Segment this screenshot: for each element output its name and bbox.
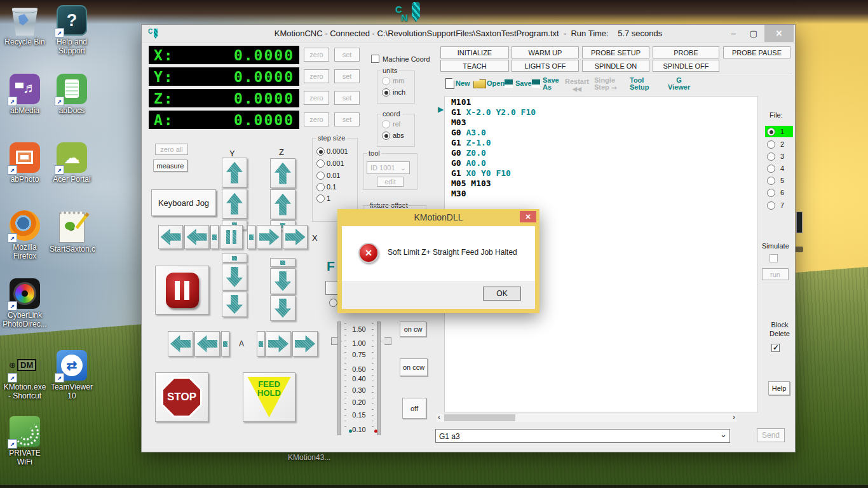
chevron-down-icon[interactable]: ⌄: [720, 430, 727, 439]
g-viewer-button[interactable]: G Viewer: [668, 77, 690, 91]
step-1-radio[interactable]: [316, 183, 325, 191]
step-001-radio[interactable]: [316, 159, 325, 168]
jog-y-minus-button[interactable]: [222, 264, 247, 290]
scrollbar-thumb[interactable]: [444, 414, 515, 421]
run-button[interactable]: run: [762, 268, 789, 280]
maximize-button[interactable]: ▢: [743, 25, 764, 42]
tool-setup-button[interactable]: Tool Setup: [630, 77, 649, 91]
file-4-radio[interactable]: [767, 165, 775, 173]
desktop-icon-firefox[interactable]: ➚ Mozilla Firefox: [3, 210, 47, 261]
zero-y-button[interactable]: zero: [304, 69, 329, 83]
spindle-on-ccw-button[interactable]: on ccw: [400, 358, 428, 376]
units-inch-radio[interactable]: [382, 88, 390, 97]
gcode-line[interactable]: G1: [451, 138, 461, 147]
tool-select-dropdown[interactable]: ID 1001⌄: [367, 161, 410, 174]
probe-pause-button[interactable]: PROBE PAUSE: [723, 46, 790, 58]
block-delete-checkbox[interactable]: [771, 344, 780, 352]
jog-x-minus-step-button[interactable]: [210, 225, 219, 249]
spindle-on-button[interactable]: SPINDLE ON: [582, 60, 649, 72]
desktop-icon-private-wifi[interactable]: ➚ PRIVATE WiFi: [3, 416, 47, 466]
lights-off-button[interactable]: LIGHTS OFF: [512, 60, 579, 72]
gcode-line[interactable]: G1: [451, 168, 461, 178]
jog-z-plus-fast-button[interactable]: [270, 158, 295, 188]
warm-up-button[interactable]: WARM UP: [512, 46, 579, 58]
background-window-label[interactable]: KMotion43...: [288, 453, 330, 462]
jog-x-plus-button[interactable]: [257, 225, 281, 249]
spindle-override-slider-thumb[interactable]: [381, 337, 391, 345]
gcode-line[interactable]: G0: [451, 158, 461, 168]
jog-a-plus-button[interactable]: [266, 331, 291, 356]
single-step-button[interactable]: Single Step ⭢: [594, 77, 617, 91]
probe-setup-button[interactable]: PROBE SETUP: [582, 46, 649, 58]
minimize-button[interactable]: –: [722, 25, 744, 42]
set-z-button[interactable]: set: [334, 91, 360, 105]
gcode-line[interactable]: G0: [451, 128, 461, 137]
save-as-button[interactable]: Save As: [543, 77, 559, 91]
jog-a-minus-fast-button[interactable]: [168, 331, 193, 356]
jog-y-minus-step-button[interactable]: [222, 254, 247, 262]
jog-a-minus-step-button[interactable]: [221, 331, 229, 356]
desktop-icon-help-support[interactable]: ➚ Help and Support: [50, 5, 94, 55]
zero-all-button[interactable]: zero all: [155, 144, 188, 155]
jog-a-minus-button[interactable]: [194, 331, 220, 356]
set-y-button[interactable]: set: [334, 69, 360, 83]
desktop-icon-abdocs[interactable]: ➚ abDocs: [50, 74, 94, 115]
gcode-line-current[interactable]: G1: [451, 107, 461, 117]
step-01-radio[interactable]: [316, 172, 325, 180]
jog-y-plus-button[interactable]: [222, 189, 247, 219]
tool-edit-button[interactable]: edit: [377, 177, 403, 187]
mdi-command-combobox[interactable]: G1 a3 ⌄: [435, 429, 730, 443]
simulate-checkbox[interactable]: [770, 254, 778, 262]
save-floppy-icon[interactable]: [505, 79, 513, 88]
spindle-override-slider[interactable]: [377, 322, 381, 435]
jog-pause-button[interactable]: [220, 225, 243, 249]
pause-job-button[interactable]: [155, 266, 209, 315]
jog-x-minus-button[interactable]: [184, 225, 209, 249]
open-folder-icon[interactable]: [473, 79, 486, 88]
spindle-off-button[interactable]: off: [402, 398, 426, 419]
file-2-radio[interactable]: [767, 140, 775, 149]
set-x-button[interactable]: set: [334, 48, 360, 62]
jog-x-plus-step-button[interactable]: [247, 225, 255, 249]
desktop-icon-acer-portal[interactable]: ➚ Acer Portal: [50, 142, 94, 184]
keyboard-jog-button[interactable]: Keyboard Jog: [151, 189, 216, 216]
jog-z-minus-button[interactable]: [270, 268, 295, 294]
zero-a-button[interactable]: zero: [304, 112, 329, 126]
set-a-button[interactable]: set: [334, 112, 360, 126]
jog-y-minus-fast-button[interactable]: [222, 292, 247, 317]
jog-z-minus-fast-button[interactable]: [270, 295, 295, 321]
file-3-radio[interactable]: [767, 152, 775, 161]
save-button[interactable]: Save: [515, 80, 532, 87]
jog-a-plus-fast-button[interactable]: [292, 331, 318, 356]
scroll-left-arrow-icon[interactable]: ‹: [438, 413, 440, 421]
jog-y-plus-fast-button[interactable]: [222, 158, 247, 187]
gcode-line[interactable]: M03: [451, 118, 466, 127]
new-file-icon[interactable]: [445, 78, 454, 89]
feed-rate-radio[interactable]: [329, 299, 337, 307]
ok-button[interactable]: OK: [483, 287, 521, 301]
jog-z-minus-step-button[interactable]: [270, 258, 295, 267]
probe-button[interactable]: PROBE: [653, 46, 719, 58]
spindle-on-cw-button[interactable]: on cw: [400, 322, 426, 337]
spindle-off-button[interactable]: SPINDLE OFF: [653, 60, 719, 72]
desktop-icon-kmotion-exe[interactable]: ➚ KMotion.exe - Shortcut: [3, 350, 47, 400]
desktop-icon-startsaxton[interactable]: StartSaxton.c: [50, 210, 94, 254]
units-mm-radio[interactable]: [382, 77, 390, 85]
save-as-floppy-icon[interactable]: [532, 79, 540, 88]
desktop-icon-abmedia[interactable]: ➚ abMedia: [3, 74, 47, 115]
gcode-line[interactable]: M30: [451, 189, 466, 198]
zero-x-button[interactable]: zero: [304, 48, 329, 62]
stop-button[interactable]: STOP: [155, 372, 208, 422]
teach-button[interactable]: TEACH: [440, 60, 509, 72]
open-button[interactable]: Open: [487, 80, 505, 87]
title-bar[interactable]: KMotionCNC - Connected - C:\RevolutionSu…: [142, 25, 795, 43]
help-button[interactable]: Help: [768, 381, 790, 395]
restart-button[interactable]: Restart: [565, 78, 589, 85]
gcode-line[interactable]: M101: [451, 97, 471, 107]
close-button[interactable]: ✕: [764, 25, 794, 42]
desktop-icon-abphoto[interactable]: ➚ abPhoto: [3, 142, 47, 184]
measure-button[interactable]: measure: [153, 159, 187, 172]
gcode-line[interactable]: G0: [451, 148, 461, 158]
step-0001-radio[interactable]: [316, 147, 325, 156]
coord-rel-radio[interactable]: [382, 120, 390, 128]
